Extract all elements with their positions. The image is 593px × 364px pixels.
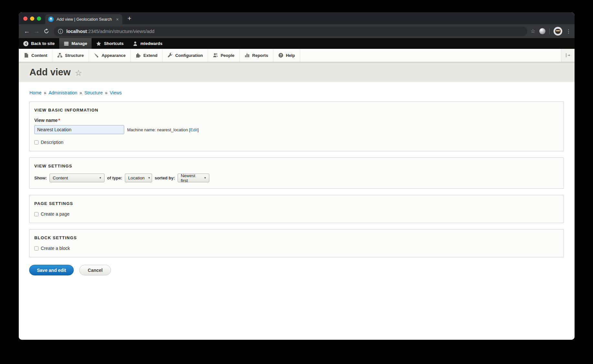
zoom-window-button[interactable] xyxy=(37,16,41,21)
sort-select[interactable]: Newest first▼ xyxy=(178,174,209,182)
show-select[interactable]: Content▼ xyxy=(49,174,104,182)
machine-name-text: Machine name: nearest_location [Edit] xyxy=(127,127,199,132)
menu-label: Help xyxy=(286,53,295,58)
breadcrumb-structure[interactable]: Structure xyxy=(84,90,103,95)
create-block-label: Create a block xyxy=(41,246,70,251)
hamburger-icon xyxy=(64,41,69,46)
shortcuts-label: Shortcuts xyxy=(104,41,124,46)
url-bar[interactable]: localhost:2345/admin/structure/views/add xyxy=(54,27,527,36)
menu-item-structure[interactable]: Structure xyxy=(52,49,89,62)
menu-item-reports[interactable]: Reports xyxy=(240,49,273,62)
back-to-site-link[interactable]: Back to site xyxy=(19,38,59,49)
back-circle-icon xyxy=(23,41,28,46)
page-settings-fieldset: PAGE SETTINGS Create a page xyxy=(29,195,564,223)
username-label: mledwards xyxy=(140,41,162,46)
section-title: BLOCK SETTINGS xyxy=(34,235,559,240)
url-text[interactable]: localhost:2345/admin/structure/views/add xyxy=(66,29,154,34)
people-icon xyxy=(213,53,218,58)
menu-label: Content xyxy=(31,53,47,58)
breadcrumb-views[interactable]: Views xyxy=(110,90,122,95)
user-account-tab[interactable]: mledwards xyxy=(128,38,167,49)
menu-item-content[interactable]: Content xyxy=(19,49,52,62)
section-title: VIEW BASIC INFORMATION xyxy=(34,108,559,112)
create-block-checkbox[interactable] xyxy=(34,246,38,251)
save-and-edit-button[interactable]: Save and edit xyxy=(29,265,74,275)
back-icon[interactable]: ← xyxy=(22,28,32,35)
menu-label: Extend xyxy=(143,53,157,58)
menu-label: Structure xyxy=(65,53,84,58)
menu-item-appearance[interactable]: Appearance xyxy=(89,49,131,62)
page-header-band: Add view ☆ xyxy=(19,62,575,82)
menu-label: Appearance xyxy=(102,53,126,58)
breadcrumb: Home»Administration»Structure»Views xyxy=(19,82,575,95)
drupal-admin-toolbar: Back to site Manage Shortcuts mledwards xyxy=(19,38,575,49)
menu-item-extend[interactable]: Extend xyxy=(131,49,162,62)
menu-label: Configuration xyxy=(175,53,203,58)
create-page-label: Create a page xyxy=(41,211,70,217)
help-circle-icon: ? xyxy=(278,53,283,58)
page-title: Add view xyxy=(29,67,71,78)
section-title: PAGE SETTINGS xyxy=(34,201,559,206)
view-name-input[interactable] xyxy=(34,125,124,134)
new-tab-button[interactable]: + xyxy=(127,15,131,22)
type-select[interactable]: Location▼ xyxy=(125,174,152,182)
browser-tab[interactable]: Add view | Geolocation Search × xyxy=(45,14,122,24)
url-host: localhost xyxy=(66,29,87,34)
section-title: VIEW SETTINGS xyxy=(34,164,559,168)
menu-item-help[interactable]: ? Help xyxy=(273,49,300,62)
tab-strip: Add view | Geolocation Search × + xyxy=(19,12,575,24)
reload-icon[interactable] xyxy=(41,28,51,34)
show-label: Show: xyxy=(34,176,47,180)
chevron-down-icon: ▼ xyxy=(99,177,102,179)
tab-title: Add view | Geolocation Search xyxy=(57,17,113,22)
chevron-down-icon: ▼ xyxy=(148,177,150,179)
paintbrush-icon xyxy=(94,53,99,58)
collapse-toolbar-button[interactable] xyxy=(561,49,575,62)
toolbar-right: ☆ ⋮ xyxy=(531,27,571,36)
page-content: Add view ☆ Home»Administration»Structure… xyxy=(19,62,575,340)
breadcrumb-administration[interactable]: Administration xyxy=(49,90,77,95)
toolbar-divider xyxy=(549,28,550,34)
profile-avatar[interactable] xyxy=(554,27,562,36)
extension-icon[interactable] xyxy=(539,28,545,34)
menu-item-configuration[interactable]: Configuration xyxy=(163,49,208,62)
browser-menu-icon[interactable]: ⋮ xyxy=(566,28,570,34)
sitemap-icon xyxy=(57,53,62,58)
machine-name-edit-link[interactable]: Edit xyxy=(190,127,197,132)
wrench-icon xyxy=(168,53,173,58)
close-window-button[interactable] xyxy=(23,16,27,21)
description-label: Description xyxy=(41,140,63,145)
shortcuts-tab[interactable]: Shortcuts xyxy=(92,38,128,49)
collapse-left-icon xyxy=(566,53,571,58)
breadcrumb-separator: » xyxy=(105,90,107,95)
forward-icon[interactable]: → xyxy=(32,28,41,35)
menu-item-people[interactable]: People xyxy=(208,49,240,62)
drupal-logo-icon xyxy=(48,16,54,22)
form-actions: Save and edit Cancel xyxy=(29,265,564,275)
site-info-icon[interactable] xyxy=(58,29,63,34)
bar-chart-icon xyxy=(245,53,250,58)
browser-toolbar: ← → localhost:2345/admin/structure/views… xyxy=(19,24,575,38)
block-settings-fieldset: BLOCK SETTINGS Create a block xyxy=(29,229,564,257)
drupal-menu-bar: Content Structure Appearance Extend xyxy=(19,49,575,62)
manage-tab[interactable]: Manage xyxy=(59,38,92,49)
breadcrumb-home[interactable]: Home xyxy=(29,90,41,95)
cancel-button[interactable]: Cancel xyxy=(79,265,111,275)
tab-close-icon[interactable]: × xyxy=(115,17,119,22)
svg-text:?: ? xyxy=(280,54,282,57)
create-page-checkbox[interactable] xyxy=(34,212,38,216)
required-marker: * xyxy=(58,118,60,123)
back-to-site-label: Back to site xyxy=(31,41,55,46)
of-type-label: of type: xyxy=(107,176,122,180)
menu-label: People xyxy=(221,53,235,58)
description-checkbox[interactable] xyxy=(34,140,38,145)
bookmark-star-icon[interactable]: ☆ xyxy=(531,28,535,35)
minimize-window-button[interactable] xyxy=(30,16,34,21)
window-controls xyxy=(23,16,41,21)
puzzle-icon xyxy=(136,53,141,58)
document-icon xyxy=(24,53,29,58)
chevron-down-icon: ▼ xyxy=(204,177,206,179)
browser-window: Add view | Geolocation Search × + ← → lo… xyxy=(19,12,575,340)
view-name-label: View name* xyxy=(34,118,559,123)
favorite-star-icon[interactable]: ☆ xyxy=(75,68,82,78)
